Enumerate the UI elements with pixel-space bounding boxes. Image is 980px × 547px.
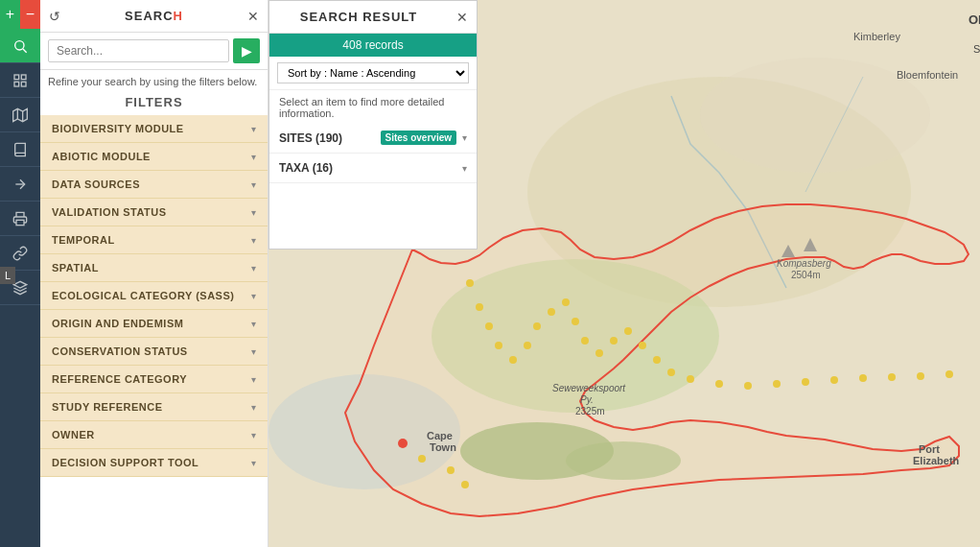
result-info-text: Select an item to find more detailed inf…	[269, 90, 477, 123]
result-panel: SEARCH RESULT ✕ 408 records Sort by : Na…	[268, 0, 478, 250]
zoom-buttons: + −	[0, 0, 40, 29]
svg-point-24	[687, 375, 694, 383]
svg-point-27	[773, 380, 781, 388]
search-go-button[interactable]: ▶	[233, 38, 260, 63]
filter-label-origin: ORIGIN AND ENDEMISM	[52, 318, 251, 329]
filter-validation-status[interactable]: VALIDATION STATUS ▾	[40, 199, 268, 226]
filter-biodiversity-module[interactable]: BIODIVERSITY MODULE ▾	[40, 115, 268, 143]
svg-point-20	[624, 327, 632, 335]
svg-point-7	[466, 279, 474, 287]
filter-label-conservation: CONSERVATION STATUS	[52, 345, 251, 357]
grid-icon	[12, 73, 28, 88]
svg-text:Kimberley: Kimberley	[853, 31, 900, 42]
svg-marker-59	[13, 108, 28, 121]
zoom-out-button[interactable]: −	[20, 0, 40, 29]
svg-text:Port: Port	[919, 443, 940, 455]
filter-chevron-temporal: ▾	[251, 235, 256, 246]
svg-line-54	[23, 49, 27, 53]
edge-label: L	[0, 267, 15, 284]
svg-text:Elizabeth: Elizabeth	[913, 455, 960, 466]
svg-point-26	[744, 382, 752, 390]
filter-chevron-ecological: ▾	[251, 291, 256, 301]
svg-point-8	[476, 303, 483, 311]
svg-point-14	[548, 308, 555, 316]
filter-temporal[interactable]: TEMPORAL ▾	[40, 226, 268, 254]
grid-toolbar-button[interactable]	[0, 63, 40, 98]
filter-chevron-spatial: ▾	[251, 263, 256, 274]
filter-chevron-datasources: ▾	[251, 179, 256, 190]
arrow-icon	[12, 177, 28, 192]
filter-chevron-decision: ▾	[251, 458, 256, 468]
taxa-expand-icon: ▾	[462, 163, 467, 174]
filter-chevron-origin: ▾	[251, 319, 256, 329]
result-section-sites[interactable]: SITES (190) Sites overview ▾	[269, 123, 477, 154]
filter-label-spatial: SPATIAL	[52, 262, 251, 274]
filter-label-ecological: ECOLOGICAL CATEGORY (SASS)	[52, 290, 251, 301]
search-panel-close-button[interactable]: ✕	[239, 0, 268, 33]
result-section-taxa[interactable]: TAXA (16) ▾	[269, 154, 477, 183]
search-title-highlight: H	[174, 9, 183, 23]
result-panel-title: SEARCH RESULT	[269, 10, 448, 24]
svg-point-19	[610, 337, 618, 345]
book-toolbar-button[interactable]	[0, 132, 40, 167]
print-toolbar-button[interactable]	[0, 202, 40, 236]
link-icon	[12, 246, 28, 261]
svg-point-29	[830, 376, 838, 384]
filter-label-abiotic: ABIOTIC MODULE	[52, 151, 251, 162]
result-sort-select[interactable]: Sort by : Name : Ascending Sort by : Nam…	[277, 62, 469, 83]
filter-spatial[interactable]: SPATIAL ▾	[40, 254, 268, 282]
filter-study-reference[interactable]: STUDY REFERENCE ▾	[40, 393, 268, 421]
svg-rect-63	[16, 220, 24, 225]
svg-rect-55	[14, 75, 19, 80]
search-toolbar-button[interactable]	[0, 29, 40, 63]
sites-overview-badge[interactable]: Sites overview	[381, 131, 456, 145]
filter-reference-category[interactable]: REFERENCE CATEGORY ▾	[40, 366, 268, 393]
filter-chevron-study: ▾	[251, 402, 256, 413]
svg-text:Cape: Cape	[427, 430, 453, 441]
result-panel-close-button[interactable]: ✕	[448, 1, 477, 34]
sites-expand-icon: ▾	[462, 132, 467, 143]
svg-point-9	[485, 322, 493, 330]
svg-point-10	[495, 342, 502, 349]
svg-point-18	[595, 349, 603, 357]
zoom-in-button[interactable]: +	[0, 0, 20, 29]
result-sort-row: Sort by : Name : Ascending Sort by : Nam…	[269, 57, 477, 90]
svg-text:Py.: Py.	[580, 394, 594, 405]
map-toolbar-button[interactable]	[0, 98, 40, 132]
svg-point-13	[533, 322, 541, 330]
svg-point-30	[859, 374, 867, 382]
svg-point-28	[802, 378, 809, 386]
svg-point-21	[639, 342, 646, 349]
filter-data-sources[interactable]: DATA SOURCES ▾	[40, 171, 268, 199]
book-icon	[12, 142, 28, 157]
filter-owner[interactable]: OWNER ▾	[40, 421, 268, 449]
filter-conservation-status[interactable]: CONSERVATION STATUS ▾	[40, 338, 268, 366]
link-toolbar-button[interactable]	[0, 236, 40, 271]
svg-text:S: S	[973, 43, 980, 55]
filter-abiotic-module[interactable]: ABIOTIC MODULE ▾	[40, 143, 268, 171]
filter-ecological-category[interactable]: ECOLOGICAL CATEGORY (SASS) ▾	[40, 282, 268, 310]
filter-decision-support[interactable]: DECISION SUPPORT TOOL ▾	[40, 449, 268, 477]
print-icon	[12, 211, 28, 226]
svg-point-22	[653, 356, 661, 364]
filter-chevron-reference: ▾	[251, 374, 256, 385]
refresh-button[interactable]: ↺	[40, 0, 69, 33]
filter-label-temporal: TEMPORAL	[52, 234, 251, 246]
svg-rect-56	[21, 75, 26, 80]
svg-text:Town: Town	[430, 441, 456, 453]
result-section-sites-label: SITES (190)	[279, 131, 375, 145]
arrow-toolbar-button[interactable]	[0, 167, 40, 202]
svg-text:Kompasberg: Kompasberg	[777, 258, 831, 269]
filter-chevron-biodiversity: ▾	[251, 124, 256, 134]
filter-origin-endemism[interactable]: ORIGIN AND ENDEMISM ▾	[40, 310, 268, 338]
search-refine-text: Refine your search by using the filters …	[40, 70, 268, 91]
filter-label-biodiversity: BIODIVERSITY MODULE	[52, 123, 251, 134]
svg-text:Bloemfontein: Bloemfontein	[897, 69, 958, 81]
svg-point-3	[700, 58, 930, 173]
svg-text:Seweweekspoort: Seweweekspoort	[552, 383, 626, 393]
taxa-count: 16	[316, 161, 329, 175]
search-input[interactable]	[48, 39, 229, 62]
svg-point-53	[15, 40, 24, 49]
svg-point-36	[418, 455, 426, 463]
filter-chevron-conservation: ▾	[251, 346, 256, 357]
